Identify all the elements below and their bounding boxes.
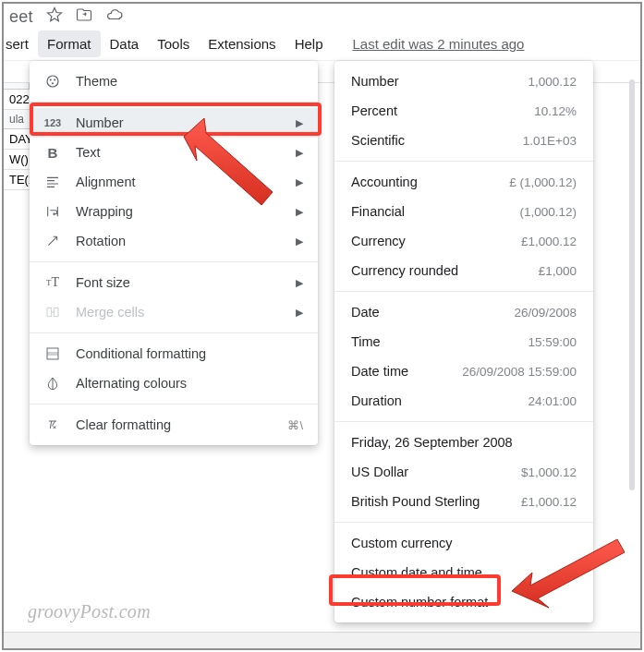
opt-example: 26/09/2008 [514, 306, 577, 320]
menu-tools[interactable]: Tools [148, 30, 199, 57]
number-option-percent[interactable]: Percent10.12% [334, 96, 593, 126]
menu-format[interactable]: Format [38, 30, 101, 57]
watermark: groovyPost.com [28, 601, 151, 622]
svg-point-1 [50, 78, 52, 80]
menu-item-label: Theme [76, 74, 303, 89]
opt-label: British Pound Sterling [351, 494, 480, 509]
format-dropdown: Theme 123 Number ▶ B Text ▶ Alignment ▶ … [30, 61, 318, 445]
opt-example: 1,000.12 [528, 75, 577, 89]
menu-help[interactable]: Help [286, 30, 333, 57]
number-option-custom-currency[interactable]: Custom currency [334, 528, 593, 558]
opt-label: Number [351, 74, 399, 89]
number-submenu: Number1,000.12 Percent10.12% Scientific1… [334, 61, 593, 622]
opt-label: Financial [351, 204, 405, 219]
conditional-format-icon [43, 344, 63, 363]
svg-point-0 [47, 76, 58, 87]
menu-item-label: Conditional formatting [76, 346, 303, 361]
menu-item-rotation[interactable]: Rotation ▶ [30, 226, 318, 256]
opt-label: Percent [351, 103, 397, 118]
menubar: sert Format Data Tools Extensions Help L… [4, 30, 640, 61]
menu-item-label: Font size [76, 275, 296, 290]
number-option-accounting[interactable]: Accounting£ (1,000.12) [334, 167, 593, 197]
number-option-gbp[interactable]: British Pound Sterling£1,000.12 [334, 487, 593, 516]
clear-format-icon [43, 416, 63, 434]
menu-data[interactable]: Data [101, 30, 149, 57]
number-option-friday-format[interactable]: Friday, 26 September 2008 [334, 428, 593, 457]
svg-point-3 [52, 82, 54, 84]
opt-label: Friday, 26 September 2008 [351, 435, 513, 450]
align-icon [43, 173, 63, 191]
menu-item-theme[interactable]: Theme [30, 66, 318, 96]
divider [334, 161, 593, 162]
opt-label: Duration [351, 393, 402, 408]
menu-item-label: Alternating colours [76, 376, 303, 391]
divider [30, 332, 318, 333]
submenu-arrow-icon: ▶ [296, 206, 303, 218]
number-option-currency[interactable]: Currency£1,000.12 [334, 226, 593, 256]
opt-label: US Dollar [351, 465, 408, 479]
submenu-arrow-icon: ▶ [296, 307, 303, 319]
opt-label: Scientific [351, 133, 405, 148]
opt-label: Custom number format [351, 595, 488, 610]
doc-title-fragment[interactable]: eet [9, 7, 33, 27]
opt-example: 1.01E+03 [523, 134, 577, 148]
opt-example: £1,000.12 [521, 495, 577, 509]
bold-icon: B [43, 143, 63, 162]
opt-label: Accounting [351, 175, 418, 189]
cell-a2: W() [9, 152, 29, 166]
star-icon[interactable] [46, 6, 63, 28]
divider [30, 261, 318, 262]
col-header: ula [9, 113, 24, 126]
menu-item-label: Rotation [76, 234, 296, 248]
number-option-currency-rounded[interactable]: Currency rounded£1,000 [334, 256, 593, 285]
divider [334, 421, 593, 422]
fx-value: 022 [9, 92, 30, 106]
menu-item-text[interactable]: B Text ▶ [30, 138, 318, 167]
divider [30, 102, 318, 103]
opt-label: Date [351, 305, 380, 320]
number-option-datetime[interactable]: Date time26/09/2008 15:59:00 [334, 356, 593, 386]
submenu-scrollbar[interactable] [629, 79, 635, 490]
number-option-usd[interactable]: US Dollar$1,000.12 [334, 457, 593, 487]
menu-item-label: Wrapping [76, 204, 296, 219]
cloud-icon[interactable] [105, 6, 124, 28]
menu-insert-partial[interactable]: sert [4, 30, 38, 57]
menu-item-wrapping[interactable]: Wrapping ▶ [30, 197, 318, 226]
menu-item-alternating-colours[interactable]: Alternating colours [30, 368, 318, 398]
number-option-financial[interactable]: Financial(1,000.12) [334, 197, 593, 226]
sheet-tab-bar[interactable] [4, 632, 640, 648]
menu-item-number[interactable]: 123 Number ▶ [30, 108, 318, 138]
alt-colours-icon [43, 374, 63, 392]
opt-label: Custom date and time [351, 565, 482, 580]
menu-item-fontsize[interactable]: TT Font size ▶ [30, 268, 318, 297]
menu-item-merge-cells: Merge cells ▶ [30, 297, 318, 327]
opt-example: $1,000.12 [521, 465, 577, 479]
number-option-date[interactable]: Date26/09/2008 [334, 297, 593, 327]
menu-item-alignment[interactable]: Alignment ▶ [30, 167, 318, 197]
menu-item-label: Alignment [76, 175, 296, 189]
menu-item-clear-formatting[interactable]: Clear formatting ⌘\ [30, 410, 318, 440]
rotate-icon [43, 232, 63, 250]
submenu-arrow-icon: ▶ [296, 117, 303, 129]
last-edit-link[interactable]: Last edit was 2 minutes ago [352, 36, 524, 52]
number-icon: 123 [43, 114, 63, 132]
number-option-custom-date-time[interactable]: Custom date and time [334, 558, 593, 587]
menu-item-conditional-formatting[interactable]: Conditional formatting [30, 339, 318, 368]
submenu-arrow-icon: ▶ [296, 176, 303, 188]
menu-extensions[interactable]: Extensions [199, 30, 285, 57]
number-option-duration[interactable]: Duration24:01:00 [334, 386, 593, 416]
divider [334, 291, 593, 292]
menu-item-label: Number [76, 115, 296, 130]
number-option-custom-number-format[interactable]: Custom number format [334, 587, 593, 617]
opt-example: 24:01:00 [528, 394, 577, 408]
svg-rect-5 [47, 352, 58, 356]
number-option-time[interactable]: Time15:59:00 [334, 327, 593, 356]
opt-example: £1,000.12 [521, 235, 577, 248]
number-option-scientific[interactable]: Scientific1.01E+03 [334, 126, 593, 155]
divider [30, 404, 318, 404]
theme-icon [43, 72, 63, 91]
fontsize-icon: TT [43, 273, 63, 292]
number-option-number[interactable]: Number1,000.12 [334, 66, 593, 96]
opt-label: Currency [351, 234, 406, 248]
move-icon[interactable] [76, 6, 92, 28]
